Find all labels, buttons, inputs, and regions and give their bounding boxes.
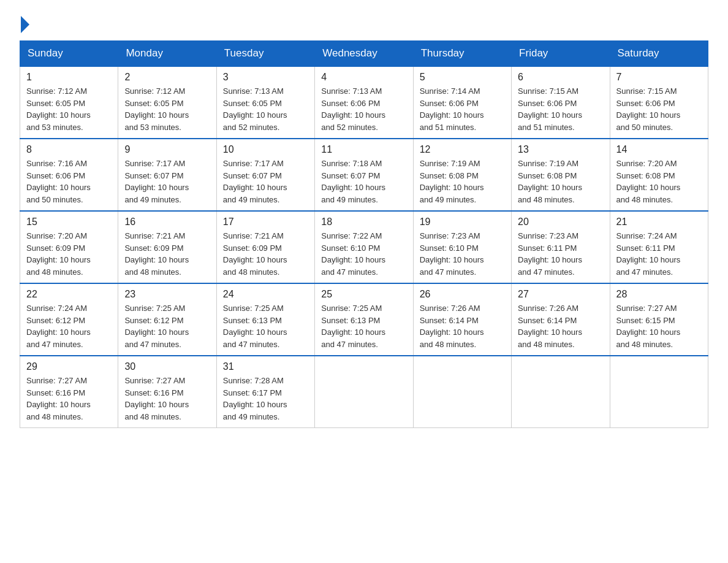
sunrise-text: Sunrise: 7:15 AM — [518, 86, 578, 96]
sunset-text: Sunset: 6:16 PM — [26, 388, 85, 397]
calendar-cell — [413, 356, 511, 428]
day-info: Sunrise: 7:19 AMSunset: 6:08 PMDaylight:… — [420, 158, 505, 205]
daylight-minutes-text: and 48 minutes. — [616, 195, 673, 204]
daylight-minutes-text: and 47 minutes. — [518, 267, 575, 277]
day-info: Sunrise: 7:16 AMSunset: 6:06 PMDaylight:… — [26, 158, 112, 205]
daylight-text: Daylight: 10 hours — [223, 255, 287, 264]
day-info: Sunrise: 7:27 AMSunset: 6:15 PMDaylight:… — [616, 302, 702, 350]
daylight-text: Daylight: 10 hours — [518, 327, 582, 337]
daylight-minutes-text: and 48 minutes. — [616, 340, 673, 349]
calendar-table: SundayMondayTuesdayWednesdayThursdayFrid… — [20, 40, 708, 428]
day-info: Sunrise: 7:15 AMSunset: 6:06 PMDaylight:… — [616, 85, 702, 133]
daylight-text: Daylight: 10 hours — [26, 183, 91, 192]
calendar-cell — [610, 356, 708, 428]
daylight-minutes-text: and 49 minutes. — [321, 195, 378, 204]
sunset-text: Sunset: 6:12 PM — [124, 316, 183, 325]
day-info: Sunrise: 7:28 AMSunset: 6:17 PMDaylight:… — [223, 375, 308, 423]
calendar-cell: 3Sunrise: 7:13 AMSunset: 6:05 PMDaylight… — [216, 66, 314, 139]
day-number: 3 — [223, 72, 308, 83]
daylight-minutes-text: and 52 minutes. — [321, 123, 378, 132]
sunrise-text: Sunrise: 7:23 AM — [420, 231, 480, 240]
sunrise-text: Sunrise: 7:16 AM — [26, 159, 87, 168]
day-info: Sunrise: 7:22 AMSunset: 6:10 PMDaylight:… — [321, 230, 406, 278]
day-info: Sunrise: 7:18 AMSunset: 6:07 PMDaylight:… — [321, 158, 406, 205]
calendar-week-row: 8Sunrise: 7:16 AMSunset: 6:06 PMDaylight… — [20, 139, 708, 211]
calendar-cell: 5Sunrise: 7:14 AMSunset: 6:06 PMDaylight… — [413, 66, 511, 139]
daylight-minutes-text: and 49 minutes. — [223, 412, 280, 421]
sunrise-text: Sunrise: 7:19 AM — [420, 159, 480, 168]
day-info: Sunrise: 7:14 AMSunset: 6:06 PMDaylight:… — [420, 85, 505, 133]
daylight-text: Daylight: 10 hours — [420, 183, 484, 192]
day-number: 9 — [124, 144, 210, 155]
sunrise-text: Sunrise: 7:24 AM — [616, 231, 677, 240]
calendar-cell: 30Sunrise: 7:27 AMSunset: 6:16 PMDayligh… — [118, 356, 216, 428]
calendar-cell: 26Sunrise: 7:26 AMSunset: 6:14 PMDayligh… — [413, 283, 511, 356]
daylight-text: Daylight: 10 hours — [420, 255, 484, 264]
calendar-cell: 20Sunrise: 7:23 AMSunset: 6:11 PMDayligh… — [512, 211, 610, 283]
daylight-minutes-text: and 49 minutes. — [223, 195, 280, 204]
day-info: Sunrise: 7:17 AMSunset: 6:07 PMDaylight:… — [124, 158, 210, 205]
sunrise-text: Sunrise: 7:21 AM — [124, 231, 185, 240]
sunset-text: Sunset: 6:09 PM — [26, 243, 85, 253]
column-header-wednesday: Wednesday — [315, 41, 413, 67]
sunset-text: Sunset: 6:12 PM — [26, 316, 85, 325]
daylight-minutes-text: and 53 minutes. — [26, 123, 83, 132]
calendar-cell: 21Sunrise: 7:24 AMSunset: 6:11 PMDayligh… — [610, 211, 708, 283]
sunrise-text: Sunrise: 7:20 AM — [616, 159, 677, 168]
calendar-cell: 23Sunrise: 7:25 AMSunset: 6:12 PMDayligh… — [118, 283, 216, 356]
day-info: Sunrise: 7:20 AMSunset: 6:08 PMDaylight:… — [616, 158, 702, 205]
sunset-text: Sunset: 6:06 PM — [420, 99, 479, 108]
daylight-minutes-text: and 49 minutes. — [420, 195, 477, 204]
calendar-cell: 8Sunrise: 7:16 AMSunset: 6:06 PMDaylight… — [20, 139, 118, 211]
day-info: Sunrise: 7:13 AMSunset: 6:06 PMDaylight:… — [321, 85, 406, 133]
daylight-text: Daylight: 10 hours — [223, 110, 287, 120]
sunrise-text: Sunrise: 7:17 AM — [223, 159, 284, 168]
sunset-text: Sunset: 6:06 PM — [518, 99, 577, 108]
sunset-text: Sunset: 6:08 PM — [518, 171, 577, 180]
day-number: 16 — [124, 216, 210, 228]
day-number: 19 — [420, 216, 505, 228]
sunrise-text: Sunrise: 7:17 AM — [124, 159, 185, 168]
calendar-cell: 19Sunrise: 7:23 AMSunset: 6:10 PMDayligh… — [413, 211, 511, 283]
daylight-text: Daylight: 10 hours — [321, 255, 385, 264]
daylight-minutes-text: and 48 minutes. — [124, 412, 181, 421]
sunset-text: Sunset: 6:05 PM — [223, 99, 282, 108]
daylight-text: Daylight: 10 hours — [616, 110, 681, 120]
page-header — [20, 15, 708, 33]
day-info: Sunrise: 7:26 AMSunset: 6:14 PMDaylight:… — [518, 302, 603, 350]
calendar-cell — [512, 356, 610, 428]
sunrise-text: Sunrise: 7:15 AM — [616, 86, 677, 96]
daylight-minutes-text: and 47 minutes. — [223, 340, 280, 349]
sunset-text: Sunset: 6:15 PM — [616, 316, 675, 325]
sunset-text: Sunset: 6:14 PM — [420, 316, 479, 325]
daylight-text: Daylight: 10 hours — [26, 110, 91, 120]
column-header-friday: Friday — [512, 41, 610, 67]
calendar-week-row: 15Sunrise: 7:20 AMSunset: 6:09 PMDayligh… — [20, 211, 708, 283]
sunrise-text: Sunrise: 7:24 AM — [26, 304, 87, 313]
column-header-thursday: Thursday — [413, 41, 511, 67]
calendar-cell: 28Sunrise: 7:27 AMSunset: 6:15 PMDayligh… — [610, 283, 708, 356]
day-info: Sunrise: 7:25 AMSunset: 6:13 PMDaylight:… — [321, 302, 406, 350]
column-header-saturday: Saturday — [610, 41, 708, 67]
sunrise-text: Sunrise: 7:28 AM — [223, 376, 284, 385]
sunrise-text: Sunrise: 7:25 AM — [124, 304, 185, 313]
day-number: 17 — [223, 216, 308, 228]
day-number: 23 — [124, 289, 210, 300]
day-number: 5 — [420, 72, 505, 83]
daylight-minutes-text: and 50 minutes. — [26, 195, 83, 204]
daylight-text: Daylight: 10 hours — [223, 400, 287, 409]
calendar-cell: 10Sunrise: 7:17 AMSunset: 6:07 PMDayligh… — [216, 139, 314, 211]
day-number: 22 — [26, 289, 112, 300]
sunset-text: Sunset: 6:07 PM — [321, 171, 380, 180]
daylight-minutes-text: and 48 minutes. — [518, 340, 575, 349]
daylight-text: Daylight: 10 hours — [616, 183, 681, 192]
day-number: 11 — [321, 144, 406, 155]
daylight-text: Daylight: 10 hours — [321, 183, 385, 192]
sunrise-text: Sunrise: 7:27 AM — [616, 304, 677, 313]
calendar-cell: 14Sunrise: 7:20 AMSunset: 6:08 PMDayligh… — [610, 139, 708, 211]
calendar-cell — [315, 356, 413, 428]
daylight-text: Daylight: 10 hours — [26, 255, 91, 264]
daylight-minutes-text: and 47 minutes. — [124, 340, 181, 349]
calendar-cell: 25Sunrise: 7:25 AMSunset: 6:13 PMDayligh… — [315, 283, 413, 356]
day-info: Sunrise: 7:23 AMSunset: 6:10 PMDaylight:… — [420, 230, 505, 278]
